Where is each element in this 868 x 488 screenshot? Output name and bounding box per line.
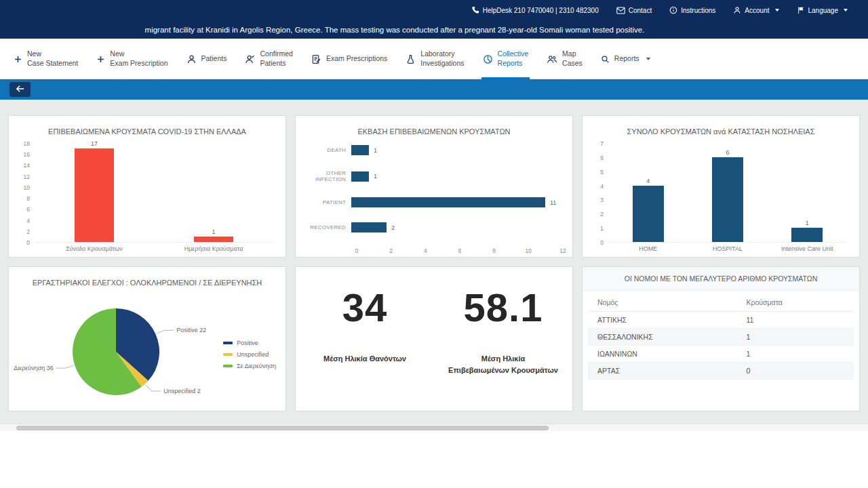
plus-icon — [96, 55, 105, 64]
bar — [351, 145, 369, 155]
bar-value-label: 11 — [550, 199, 556, 206]
language-menu[interactable]: Language — [797, 6, 848, 14]
horizontal-scrollbar[interactable] — [0, 424, 868, 431]
prefecture-table-body: ΑΤΤΙΚΗΣ11ΘΕΣΣΑΛΟΝΙΚΗΣ1ΙΩΑΝΝΙΝΩΝ1ΑΡΤΑΣ0 — [588, 312, 854, 380]
nav-label-line1: Map — [562, 49, 583, 59]
nav-item-new-case-statement[interactable]: NewCase Statement — [14, 39, 78, 79]
x-axis-tick: 4 — [424, 247, 427, 254]
x-axis-tick: 0 — [355, 247, 359, 254]
flask-icon — [406, 54, 416, 64]
helpdesk-link[interactable]: HelpDesk 210 7470040 | 2310 482300 — [471, 6, 599, 14]
stat-value: 58.1 — [464, 285, 543, 330]
bar — [712, 157, 743, 242]
category-label: DEATH — [300, 147, 351, 153]
info-icon — [669, 6, 677, 14]
chevron-down-icon — [844, 9, 848, 12]
y-axis-tick: 8 — [26, 195, 30, 202]
slice-label: Σε Διερεύνηση 36 — [13, 365, 54, 371]
horizontal-bar-chart-area: DEATH1OTHER INFECTION1PATIENT11RECOVERED… — [296, 136, 572, 256]
category-label: Ημερήσια Κρούσματα — [154, 245, 273, 252]
confirmed-cases-bar-chart: 024681012141618171Σύνολο ΚρουσμάτωνΗμερή… — [9, 136, 285, 252]
x-axis-tick: 2 — [389, 247, 393, 254]
plot-area: 461 — [608, 144, 847, 243]
nav-item-reports-menu[interactable]: Reports — [601, 39, 650, 79]
legend-swatch — [223, 342, 233, 344]
legend-item[interactable]: Unspecified — [223, 351, 276, 358]
nav-item-laboratory-investigations[interactable]: LaboratoryInvestigations — [406, 39, 464, 79]
stat-mean-age-deceased: 34 Μέση Ηλικία Θανόντων — [296, 285, 434, 411]
bar-chart-area: 01234567461 — [583, 136, 859, 243]
action-bar — [0, 79, 868, 100]
legend-item[interactable]: Positive — [223, 340, 276, 346]
panel-hospitalization-chart: ΣΥΝΟΛΟ ΚΡΟΥΣΜΑΤΩΝ ανά ΚΑΤΑΣΤΑΣΗ ΝΟΣΗΛΕΙΑ… — [582, 115, 860, 258]
nav-item-confirmed-patients[interactable]: ConfirmedPatients — [245, 39, 292, 79]
bar — [75, 148, 114, 242]
bar-chart-area: 024681012141618171 — [9, 136, 285, 243]
document-pencil-icon — [311, 54, 321, 64]
nav-item-map-cases[interactable]: MapCases — [547, 39, 583, 79]
panel-lab-tests-pie: ΕΡΓΑΣΤΗΡΙΑΚΟΙ ΕΛΕΓΧΟΙ : ΟΛΟΚΛΗΡΩΜΕΝΟΙ / … — [8, 266, 286, 411]
nav-item-collective-reports[interactable]: CollectiveReports — [483, 39, 529, 79]
table-row: ΑΤΤΙΚΗΣ11 — [588, 312, 854, 329]
pie-legend: PositiveUnspecifiedΣε Διερεύνηση — [223, 340, 276, 369]
x-axis-tick: 12 — [559, 247, 566, 254]
nav-label-line2: Case Statement — [27, 59, 78, 68]
main-navigation: NewCase Statement NewExam Prescription P… — [0, 39, 868, 79]
bar-track: 1 — [351, 145, 563, 155]
back-button[interactable] — [9, 82, 31, 97]
scrollbar-thumb[interactable] — [16, 426, 549, 430]
prefectures-table: Νομός Κρούσματα ΑΤΤΙΚΗΣ11ΘΕΣΣΑΛΟΝΙΚΗΣ1ΙΩ… — [588, 293, 854, 380]
y-axis-tick: 4 — [26, 218, 30, 224]
table-row: ΙΩΑΝΝΙΝΩΝ1 — [588, 346, 854, 363]
instructions-text: Instructions — [681, 7, 715, 14]
person-check-icon — [245, 54, 255, 64]
account-icon — [733, 6, 741, 14]
panel-top-prefectures-table: ΟΙ ΝΟΜΟΙ ΜΕ ΤΟΝ ΜΕΓΑΛΥΤΕΡΟ ΑΡΙΘΜΟ ΚΡΟΥΣΜ… — [582, 266, 860, 411]
nav-label-line2: Exam Prescription — [110, 59, 167, 68]
bar-column: 1 — [768, 220, 847, 242]
bar-column: 4 — [608, 178, 688, 242]
y-axis: 024681012141618 — [18, 144, 35, 243]
panel-confirmed-cases-chart: ΕΠΙΒΕΒΑΙΩΜΕΝΑ ΚΡΟΥΣΜΑΤΑ COVID-19 ΣΤΗΝ ΕΛ… — [8, 115, 286, 258]
nav-label-line2: Patients — [260, 59, 292, 68]
chevron-down-icon — [646, 58, 650, 60]
x-axis-labels: Σύνολο ΚρουσμάτωνΗμερήσια Κρούσματα — [35, 245, 273, 252]
legend-label: Unspecified — [237, 351, 269, 358]
nav-item-exam-prescriptions[interactable]: Exam Prescriptions — [311, 39, 387, 79]
callout-line — [56, 365, 73, 368]
bar-value-label: 4 — [646, 178, 650, 184]
stat-value: 34 — [342, 285, 388, 330]
y-axis-tick: 2 — [600, 211, 604, 218]
nav-label-line2: Reports — [498, 59, 529, 68]
bar-track: 1 — [351, 171, 563, 182]
callout-line — [146, 385, 161, 391]
bar-row: PATIENT11 — [300, 197, 563, 207]
bar-value-label: 17 — [91, 140, 98, 147]
account-menu[interactable]: Account — [733, 6, 778, 14]
panel-title: ΕΚΒΑΣΗ ΕΠΙΒΕΒΑΙΩΜΕΝΩΝ ΚΡΟΥΣΜΑΤΩΝ — [296, 116, 572, 136]
nav-item-new-exam-prescription[interactable]: NewExam Prescription — [96, 39, 167, 79]
news-ticker: migrant facility at Kranidi in Argolis R… — [0, 20, 868, 39]
ticker-text: migrant facility at Kranidi in Argolis R… — [145, 26, 645, 34]
nav-label-line1: Confirmed — [260, 49, 292, 59]
contact-link[interactable]: Contact — [616, 7, 652, 14]
stat-mean-age-confirmed: 58.1 Μέση Ηλικία Επιβεβαιωμένων Κρουσμάτ… — [434, 285, 572, 411]
person-icon — [186, 54, 197, 64]
y-axis-tick: 1 — [600, 225, 604, 232]
envelope-icon — [616, 7, 625, 14]
nav-label-line1: Reports — [614, 54, 639, 64]
legend-item[interactable]: Σε Διερεύνηση — [223, 363, 276, 369]
instructions-link[interactable]: Instructions — [669, 6, 715, 14]
table-row: ΑΡΤΑΣ0 — [588, 363, 854, 380]
language-text: Language — [808, 7, 839, 14]
x-axis-tick: 6 — [458, 247, 462, 254]
y-axis-tick: 16 — [24, 151, 30, 158]
category-label: HOME — [608, 245, 688, 252]
bar-row: RECOVERED2 — [300, 222, 563, 232]
legend-swatch — [223, 353, 233, 356]
x-axis-tick: 8 — [492, 247, 496, 254]
nav-label-line1: Laboratory — [420, 49, 464, 59]
nav-item-patients[interactable]: Patients — [186, 39, 227, 79]
bar — [351, 197, 545, 207]
search-icon — [601, 55, 610, 64]
